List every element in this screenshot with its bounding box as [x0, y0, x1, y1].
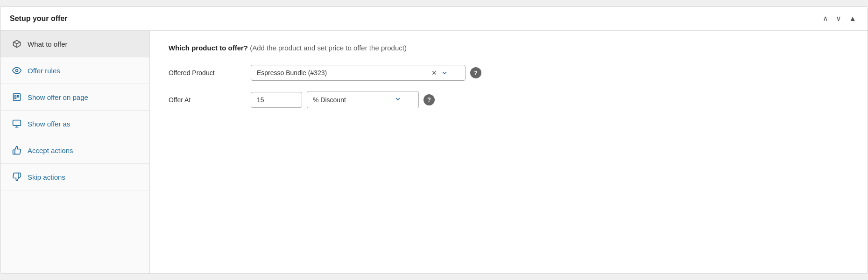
sidebar-item-accept-actions[interactable]: Accept actions [0, 137, 149, 164]
offer-at-label: Offer At [169, 96, 243, 104]
chevron-down-icon [441, 69, 448, 77]
page-icon [12, 92, 22, 102]
svg-point-1 [16, 70, 18, 72]
offered-product-controls: Espresso Bundle (#323) ✕ ? [251, 65, 481, 81]
discount-select[interactable]: % Discount [307, 91, 419, 108]
collapse-up-button[interactable]: ∧ [821, 13, 830, 24]
section-hint: (Add the product and set price to offer … [250, 44, 407, 52]
product-select[interactable]: Espresso Bundle (#323) ✕ [251, 65, 466, 81]
svg-rect-4 [18, 95, 19, 97]
eye-icon [12, 66, 22, 75]
sidebar-item-what-to-offer[interactable]: What to offer [0, 31, 149, 57]
thumbsdown-icon [12, 172, 22, 182]
card-title: Setup your offer [10, 14, 68, 23]
sidebar-item-show-offer-on-page[interactable]: Show offer on page [0, 84, 149, 111]
setup-offer-card: Setup your offer ∧ ∨ ▲ What to offer [0, 6, 868, 274]
svg-rect-5 [13, 120, 21, 126]
sidebar-item-label: Show offer on page [28, 93, 88, 101]
card-header: Setup your offer ∧ ∨ ▲ [0, 7, 868, 31]
offered-product-row: Offered Product Espresso Bundle (#323) ✕ [169, 65, 849, 81]
thumbsup-icon [12, 146, 22, 155]
header-controls: ∧ ∨ ▲ [821, 13, 858, 24]
sidebar: What to offer Offer rules [0, 31, 150, 273]
discount-select-value: % Discount [313, 96, 346, 104]
sidebar-item-label: Show offer as [28, 120, 70, 128]
product-help-icon[interactable]: ? [470, 67, 481, 78]
sidebar-item-show-offer-as[interactable]: Show offer as [0, 111, 149, 137]
section-title: Which product to offer? (Add the product… [169, 44, 849, 52]
offer-at-number-input[interactable] [251, 92, 302, 108]
monitor-icon [12, 119, 22, 128]
svg-rect-3 [15, 95, 16, 99]
discount-select-wrapper: % Discount [307, 91, 419, 108]
sidebar-item-label: What to offer [28, 40, 68, 48]
discount-chevron-icon [394, 95, 402, 104]
offered-product-label: Offered Product [169, 69, 243, 77]
sidebar-item-label: Accept actions [28, 147, 73, 154]
collapse-down-button[interactable]: ∨ [834, 13, 843, 24]
sidebar-item-offer-rules[interactable]: Offer rules [0, 57, 149, 84]
card-body: What to offer Offer rules [0, 31, 868, 273]
cube-icon [12, 39, 22, 49]
offer-at-help-icon[interactable]: ? [423, 94, 435, 105]
clear-product-icon[interactable]: ✕ [431, 69, 437, 77]
collapse-button[interactable]: ▲ [847, 14, 858, 24]
offer-at-row: Offer At % Discount ? [169, 91, 849, 108]
offer-at-controls: % Discount ? [251, 91, 435, 108]
section-question: Which product to offer? [169, 44, 248, 52]
main-content: Which product to offer? (Add the product… [150, 31, 868, 273]
sidebar-item-label: Offer rules [28, 67, 60, 75]
svg-rect-2 [14, 94, 21, 101]
sidebar-item-label: Skip actions [28, 173, 65, 181]
sidebar-item-skip-actions[interactable]: Skip actions [0, 164, 149, 190]
product-select-value: Espresso Bundle (#323) [257, 69, 327, 77]
product-select-wrapper: Espresso Bundle (#323) ✕ [251, 65, 466, 81]
